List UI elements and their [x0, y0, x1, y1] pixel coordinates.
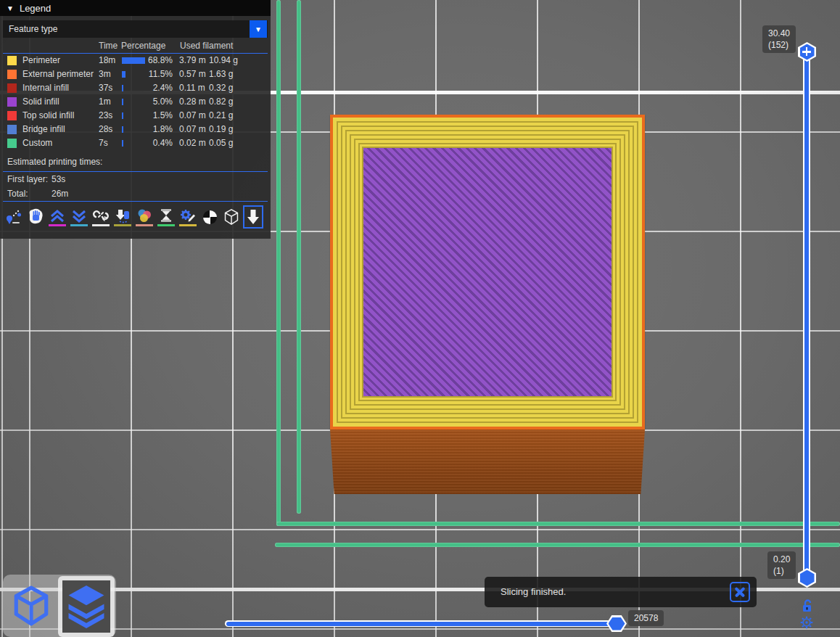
- lock-handles-button[interactable]: [799, 598, 814, 612]
- sliced-model-top-face: [330, 115, 645, 430]
- feature-filament-length: 0.57 m: [179, 67, 206, 81]
- feature-color-swatch: [7, 97, 17, 107]
- feature-percent: 1.8%: [141, 123, 173, 136]
- legend-row: External perimeter3m11.5%0.57 m1.63 g: [0, 67, 271, 81]
- column-percentage: Percentage: [121, 41, 165, 51]
- feature-color-swatch: [7, 56, 17, 65]
- notification-message: Slicing finished.: [501, 586, 566, 597]
- feature-color-swatch: [7, 139, 17, 148]
- legend-title: Legend: [20, 3, 51, 14]
- feature-filament-weight: 10.94 g: [209, 54, 238, 67]
- feature-filament-length: 0.07 m: [179, 109, 206, 123]
- percentage-bar: [122, 71, 125, 78]
- feature-filament-weight: 0.05 g: [209, 136, 233, 150]
- color-changes-icon[interactable]: [135, 206, 154, 228]
- sliced-model-front-face: [330, 430, 645, 494]
- gcode-preview-viewport[interactable]: ▼ Legend Feature type ▼ Time Percentage …: [0, 0, 840, 637]
- custom-toolpath-horizontal-inner: [275, 543, 840, 547]
- feature-filament-weight: 1.63 g: [209, 67, 233, 81]
- feature-time: 28s: [99, 123, 112, 136]
- feature-time: 1m: [99, 95, 111, 109]
- percentage-bar: [122, 85, 123, 91]
- view-type-combobox[interactable]: Feature type ▼: [3, 20, 268, 38]
- notification-close-button[interactable]: [730, 582, 750, 602]
- layer-slider-top-tooltip: 30.40 (152): [762, 25, 796, 53]
- feature-filament-weight: 0.19 g: [209, 123, 233, 136]
- feature-percent: 2.4%: [141, 81, 173, 95]
- legend-feature-rows: Perimeter18m68.8%3.79 m10.94 gExternal p…: [0, 54, 271, 150]
- shells-icon[interactable]: [222, 206, 241, 228]
- feature-percent: 1.5%: [141, 109, 173, 123]
- feature-label: External perimeter: [22, 67, 94, 81]
- center-of-mass-icon[interactable]: [200, 206, 219, 228]
- feature-label: Solid infill: [22, 95, 59, 109]
- feature-label: Perimeter: [22, 54, 60, 67]
- feature-time: 23s: [99, 109, 112, 123]
- feature-color-swatch: [7, 70, 17, 79]
- layer-slider-bottom-tooltip: 0.20 (1): [767, 551, 796, 579]
- travels-icon[interactable]: [4, 206, 23, 228]
- legend-title-bar[interactable]: ▼ Legend: [0, 0, 271, 16]
- custom-toolpath-horizontal-outer: [276, 522, 840, 526]
- chevron-down-icon: ▼: [255, 25, 262, 33]
- feature-label: Internal infill: [22, 81, 69, 95]
- feature-time: 37s: [99, 81, 112, 95]
- column-used-filament: Used filament: [180, 41, 233, 51]
- combobox-dropdown-button[interactable]: ▼: [250, 20, 267, 38]
- total-time-row: Total: 26m: [0, 186, 271, 201]
- percentage-bar: [122, 99, 123, 105]
- feature-time: 18m: [99, 54, 115, 67]
- percentage-bar: [122, 140, 123, 147]
- first-layer-value: 53s: [52, 172, 65, 186]
- pause-prints-icon[interactable]: [157, 206, 176, 228]
- layers-icon: [65, 583, 107, 630]
- move-slider-track[interactable]: [225, 620, 620, 627]
- feature-percent: 0.4%: [141, 136, 173, 150]
- legend-row: Bridge infill28s1.8%0.07 m0.19 g: [0, 123, 271, 136]
- gear-icon: [799, 615, 814, 630]
- percentage-bar: [122, 112, 123, 119]
- cube-icon: [11, 585, 52, 627]
- tool-marker-icon[interactable]: [244, 206, 263, 228]
- legend-row: Internal infill37s2.4%0.11 m0.32 g: [0, 81, 271, 95]
- wipe-icon[interactable]: [26, 206, 45, 228]
- preview-view-button[interactable]: [58, 576, 115, 637]
- feature-label: Top solid infill: [22, 109, 74, 123]
- custom-toolpath-vertical-inner: [297, 0, 301, 514]
- custom-toolpath-vertical-outer: [276, 0, 281, 526]
- feature-filament-length: 3.79 m: [179, 54, 206, 67]
- feature-filament-weight: 0.32 g: [209, 81, 233, 95]
- view-type-value: Feature type: [9, 24, 57, 34]
- legend-table-header: Time Percentage Used filament: [0, 38, 271, 53]
- move-slider-tooltip: 20578: [628, 610, 664, 626]
- layer-slider-track[interactable]: [803, 44, 810, 582]
- deretractions-icon[interactable]: [70, 206, 88, 228]
- feature-filament-length: 0.07 m: [179, 123, 206, 136]
- legend-row: Custom7s0.4%0.02 m0.05 g: [0, 136, 271, 150]
- slider-settings-button[interactable]: [799, 615, 815, 630]
- legend-panel: ▼ Legend Feature type ▼ Time Percentage …: [0, 0, 271, 239]
- retractions-icon[interactable]: [48, 206, 67, 228]
- legend-row: Solid infill1m5.0%0.28 m0.82 g: [0, 95, 271, 109]
- feature-filament-weight: 0.21 g: [209, 109, 233, 123]
- legend-row: Perimeter18m68.8%3.79 m10.94 g: [0, 54, 271, 67]
- collapse-triangle-icon: ▼: [7, 4, 14, 12]
- seams-icon[interactable]: [91, 206, 110, 228]
- legend-row: Top solid infill23s1.5%0.07 m0.21 g: [0, 109, 271, 123]
- feature-percent: 5.0%: [141, 95, 173, 109]
- legend-icon-toolbar: [0, 202, 271, 228]
- feature-label: Custom: [22, 136, 52, 150]
- custom-gcodes-icon[interactable]: [178, 206, 197, 228]
- notification-panel: Slicing finished.: [485, 577, 757, 607]
- unlock-icon: [801, 599, 813, 612]
- first-layer-row: First layer: 53s: [0, 172, 271, 186]
- feature-filament-length: 0.28 m: [179, 95, 206, 109]
- view-mode-toolbar: [3, 575, 116, 637]
- feature-percent: 11.5%: [141, 67, 173, 81]
- feature-color-swatch: [7, 83, 17, 93]
- feature-color-swatch: [7, 125, 17, 134]
- 3d-editor-view-button[interactable]: [7, 580, 55, 631]
- tool-changes-icon[interactable]: [113, 206, 132, 228]
- solid-infill-region: [363, 148, 612, 396]
- first-layer-label: First layer:: [7, 172, 48, 186]
